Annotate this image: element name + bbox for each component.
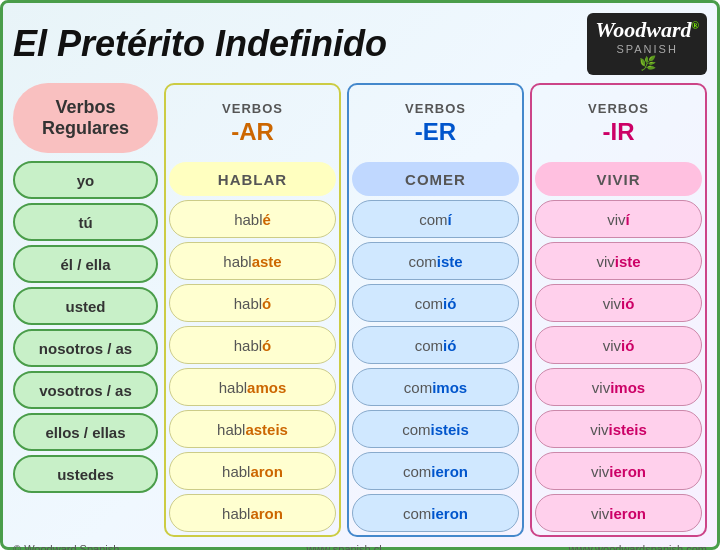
- er-conj-cell: comieron: [352, 494, 519, 532]
- ar-type-label: -AR: [231, 118, 274, 146]
- verbos-regulares-box: Verbos Regulares: [13, 83, 158, 153]
- ir-type-label: -IR: [603, 118, 635, 146]
- ir-verbos-label: VERBOS: [588, 101, 649, 116]
- logo-text: Woodward®: [595, 17, 699, 43]
- verbos-regulares-label: Verbos Regulares: [42, 97, 129, 139]
- er-conj-cell: comí: [352, 200, 519, 238]
- er-conj-cell: comimos: [352, 368, 519, 406]
- pronoun-cell: ustedes: [13, 455, 158, 493]
- ir-conj-cell: vivió: [535, 326, 702, 364]
- ir-conj-cell: vivieron: [535, 494, 702, 532]
- header-row: El Pretérito Indefinido Woodward® SPANIS…: [13, 13, 707, 75]
- logo-sub: SPANISH: [595, 43, 699, 55]
- ar-conj-cell: hablaron: [169, 452, 336, 490]
- ar-conj-cell: hablamos: [169, 368, 336, 406]
- er-verbos-label: VERBOS: [405, 101, 466, 116]
- logo-leaf: 🌿: [595, 55, 699, 71]
- er-conj-cell: comió: [352, 326, 519, 364]
- ar-conjugations: habléhablastehablóhablóhablamoshablastei…: [169, 200, 336, 532]
- page-title: El Pretérito Indefinido: [13, 23, 387, 65]
- ar-header: VERBOS -AR: [169, 88, 336, 158]
- ar-conj-cell: habló: [169, 284, 336, 322]
- ir-header: VERBOS -IR: [535, 88, 702, 158]
- er-conj-cell: comió: [352, 284, 519, 322]
- ir-conjugations: vivívivistevivióvivióvivimosvivisteisviv…: [535, 200, 702, 532]
- ir-conj-cell: viví: [535, 200, 702, 238]
- ar-conj-cell: hablé: [169, 200, 336, 238]
- pronoun-cell: yo: [13, 161, 158, 199]
- ar-conj-cell: hablaron: [169, 494, 336, 532]
- er-conj-cell: comieron: [352, 452, 519, 490]
- pronouns-column: Verbos Regulares yotúél / ellaustednosot…: [13, 83, 158, 537]
- er-conj-cell: comiste: [352, 242, 519, 280]
- er-example-verb: COMER: [352, 162, 519, 196]
- pronoun-cell: vosotros / as: [13, 371, 158, 409]
- pronoun-cell: ellos / ellas: [13, 413, 158, 451]
- ir-conj-cell: vivisteis: [535, 410, 702, 448]
- main-container: El Pretérito Indefinido Woodward® SPANIS…: [0, 0, 720, 550]
- website1-text: www.spanish.cl: [306, 543, 381, 550]
- ir-conj-cell: vivieron: [535, 452, 702, 490]
- ar-verbos-label: VERBOS: [222, 101, 283, 116]
- ir-conj-cell: viviste: [535, 242, 702, 280]
- website2-text: www.woodwardspanish.com: [569, 543, 707, 550]
- pronouns-list: yotúél / ellaustednosotros / asvosotros …: [13, 161, 158, 493]
- er-header: VERBOS -ER: [352, 88, 519, 158]
- pronoun-cell: él / ella: [13, 245, 158, 283]
- ar-group: VERBOS -AR HABLAR habléhablastehablóhabl…: [164, 83, 341, 537]
- er-conjugations: comícomistecomiócomiócomimoscomisteiscom…: [352, 200, 519, 532]
- pronoun-cell: nosotros / as: [13, 329, 158, 367]
- ar-conj-cell: hablaste: [169, 242, 336, 280]
- er-conj-cell: comisteis: [352, 410, 519, 448]
- pronoun-cell: tú: [13, 203, 158, 241]
- ir-example-verb: VIVIR: [535, 162, 702, 196]
- er-type-label: -ER: [415, 118, 456, 146]
- copyright-text: © Woodward Spanish: [13, 543, 119, 550]
- ir-conj-cell: vivimos: [535, 368, 702, 406]
- ar-conj-cell: habló: [169, 326, 336, 364]
- ar-example-verb: HABLAR: [169, 162, 336, 196]
- ar-conj-cell: hablasteis: [169, 410, 336, 448]
- logo-box: Woodward® SPANISH 🌿: [587, 13, 707, 75]
- er-group: VERBOS -ER COMER comícomistecomiócomióco…: [347, 83, 524, 537]
- content-row: Verbos Regulares yotúél / ellaustednosot…: [13, 83, 707, 537]
- footer: © Woodward Spanish www.spanish.cl www.wo…: [13, 543, 707, 550]
- ir-group: VERBOS -IR VIVIR vivívivistevivióvivióvi…: [530, 83, 707, 537]
- ir-conj-cell: vivió: [535, 284, 702, 322]
- pronoun-cell: usted: [13, 287, 158, 325]
